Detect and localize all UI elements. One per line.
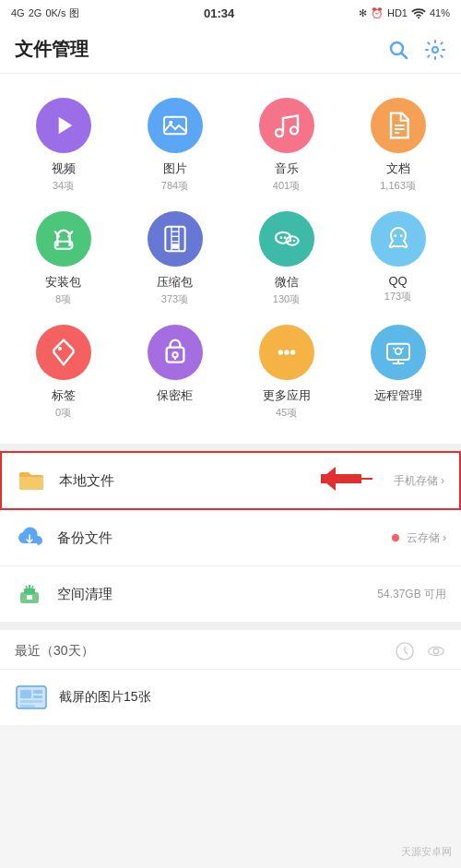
svg-point-32 <box>58 347 62 351</box>
settings-button[interactable] <box>424 39 446 61</box>
svg-rect-60 <box>33 690 42 694</box>
status-left: 4G 2G 0K/s 图 <box>11 6 79 20</box>
wechat-count: 130项 <box>273 292 300 306</box>
space-clean-item[interactable]: 空间清理 54.37GB 可用 <box>0 566 461 623</box>
recent-actions <box>395 641 446 661</box>
svg-marker-46 <box>321 467 336 491</box>
alarm-icon: ⏰ <box>371 7 384 19</box>
category-wechat[interactable]: 微信 130项 <box>230 202 342 315</box>
signal-4g: 4G <box>11 7 25 18</box>
backup-label: 备份文件 <box>57 529 388 547</box>
page-title: 文件管理 <box>15 37 89 62</box>
svg-point-34 <box>172 352 177 357</box>
category-zip[interactable]: 压缩包 373项 <box>119 202 230 315</box>
qq-icon-circle <box>371 211 426 267</box>
vault-icon-circle <box>148 325 203 380</box>
svg-rect-5 <box>164 117 186 135</box>
apk-icon-circle <box>36 211 91 267</box>
local-files-right: 手机存储 › <box>394 473 444 489</box>
category-apk[interactable]: 安装包 8项 <box>7 202 119 315</box>
bluetooth-icon: ✻ <box>359 7 367 19</box>
svg-point-27 <box>283 236 286 239</box>
divider-2 <box>0 623 461 630</box>
screenshot-icon <box>15 681 48 714</box>
svg-point-56 <box>433 648 439 654</box>
svg-point-7 <box>276 129 283 137</box>
svg-rect-62 <box>20 700 42 703</box>
recent-screenshot-item[interactable]: 截屏的图片15张 <box>0 669 461 725</box>
svg-line-15 <box>54 232 57 235</box>
recent-eye-icon[interactable] <box>426 641 446 661</box>
svg-rect-23 <box>171 244 179 248</box>
category-tag[interactable]: 标签 0项 <box>7 315 119 429</box>
category-doc[interactable]: 文档 1,163项 <box>342 89 454 202</box>
status-time: 01:34 <box>204 6 234 20</box>
clean-label: 空间清理 <box>57 586 377 603</box>
svg-line-16 <box>69 232 72 235</box>
category-video[interactable]: 视频 34项 <box>7 89 119 202</box>
more-count: 45项 <box>276 406 297 420</box>
svg-point-30 <box>394 234 396 237</box>
backup-files-item[interactable]: 备份文件 云存储 › <box>0 510 461 566</box>
wechat-label: 微信 <box>275 274 299 291</box>
svg-rect-63 <box>20 705 35 707</box>
music-label: 音乐 <box>275 161 299 177</box>
screenshot-label: 截屏的图片15张 <box>59 689 151 706</box>
doc-label: 文档 <box>386 161 410 177</box>
svg-rect-33 <box>166 348 183 363</box>
header-actions <box>387 39 446 61</box>
list-section: 本地文件 手机存储 › 备份文件 云存储 › <box>0 451 461 623</box>
backup-right: 云存储 › <box>407 530 446 546</box>
more-label: 更多应用 <box>263 387 311 404</box>
clean-icon <box>15 579 44 609</box>
svg-line-51 <box>26 586 28 589</box>
video-count: 34项 <box>53 179 74 193</box>
svg-rect-61 <box>33 696 42 698</box>
svg-line-2 <box>402 53 408 58</box>
zip-icon-circle <box>148 211 203 267</box>
svg-rect-39 <box>387 344 409 360</box>
search-button[interactable] <box>387 39 409 61</box>
recent-section: 最近（30天） 截屏的图片1 <box>0 630 461 725</box>
doc-icon-circle <box>371 98 426 153</box>
red-arrow <box>302 463 376 498</box>
divider-1 <box>0 444 461 451</box>
remote-icon-circle <box>371 325 426 380</box>
category-qq[interactable]: QQ 173项 <box>342 202 454 315</box>
apk-label: 安装包 <box>45 274 81 291</box>
cloud-icon <box>15 523 44 553</box>
apk-count: 8项 <box>55 292 71 306</box>
local-files-item[interactable]: 本地文件 手机存储 › <box>0 451 461 510</box>
svg-point-3 <box>432 47 438 53</box>
category-photo[interactable]: 图片 784项 <box>119 89 230 202</box>
recent-refresh-icon[interactable] <box>395 641 415 661</box>
tag-count: 0项 <box>55 406 71 420</box>
qq-count: 173项 <box>384 290 411 303</box>
watermark: 天源安卓网 <box>401 845 452 859</box>
clean-right: 54.37GB 可用 <box>377 587 446 602</box>
zip-count: 373项 <box>161 292 188 306</box>
svg-point-42 <box>395 348 401 354</box>
svg-point-38 <box>290 350 295 354</box>
qq-label: QQ <box>388 274 407 288</box>
recent-title: 最近（30天） <box>15 643 94 660</box>
folder-icon <box>17 466 46 495</box>
svg-point-28 <box>289 240 291 243</box>
video-icon-circle <box>36 98 91 153</box>
tag-label: 标签 <box>52 387 76 404</box>
svg-rect-59 <box>20 690 31 698</box>
category-music[interactable]: 音乐 401项 <box>230 89 342 202</box>
category-remote[interactable]: 远程管理 <box>342 315 454 429</box>
tag-icon-circle <box>36 325 91 380</box>
vault-label: 保密柜 <box>157 387 193 404</box>
category-more[interactable]: 更多应用 45项 <box>230 315 342 429</box>
photo-count: 784项 <box>161 179 188 193</box>
category-vault[interactable]: 保密柜 <box>119 315 230 429</box>
svg-point-29 <box>292 240 295 243</box>
net-speed: 0K/s <box>45 7 65 18</box>
svg-point-31 <box>400 234 403 237</box>
music-count: 401项 <box>273 179 300 193</box>
net-icon: 图 <box>69 6 79 20</box>
svg-point-8 <box>290 126 298 134</box>
video-label: 视频 <box>52 161 76 177</box>
